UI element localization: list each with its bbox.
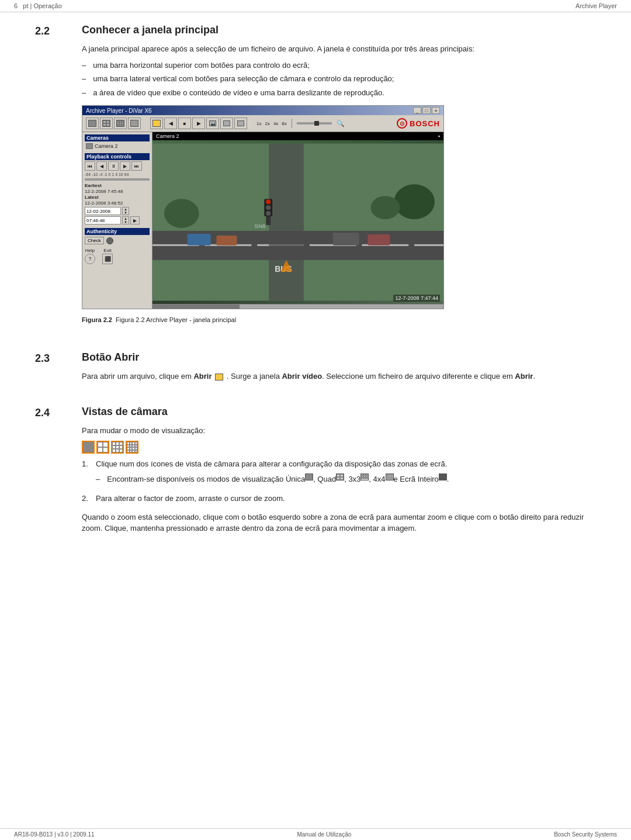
svg-point-21 xyxy=(266,205,271,210)
speed-8x: 8x xyxy=(282,121,286,126)
svg-text:SN8: SN8 xyxy=(254,223,266,229)
section-2-2: 2.2 Conhecer a janela principal A janela… xyxy=(35,24,596,333)
camera-item[interactable]: Camera 2 xyxy=(85,143,150,150)
time-spin[interactable]: ▲▼ xyxy=(122,216,129,224)
view-buttons-group xyxy=(86,117,141,129)
section-2-3-text: Para abrir um arquivo, clique em Abrir .… xyxy=(82,371,596,382)
page-footer: AR18-09-B013 | v3.0 | 2009.11 Manual de … xyxy=(0,828,631,840)
check-button[interactable]: Check xyxy=(85,237,104,244)
earliest-label: Earliest xyxy=(85,183,150,188)
pb-fwd[interactable]: ▶ xyxy=(120,161,130,171)
archive-title: Archive Player - DiVar X6 xyxy=(86,108,152,114)
inline-fs-icon xyxy=(439,473,447,481)
video-scene: BUS SN8 xyxy=(152,140,443,304)
inline-4x4-icon xyxy=(386,473,394,481)
snapshot-button[interactable]: 📷 xyxy=(206,117,219,129)
svg-point-16 xyxy=(394,184,435,219)
export-button[interactable] xyxy=(234,117,247,129)
svg-rect-11 xyxy=(188,234,211,246)
time-input[interactable] xyxy=(85,216,121,224)
svg-rect-8 xyxy=(269,144,304,301)
section-number-2-4: 2.4 xyxy=(35,406,82,539)
help-section: Help ? xyxy=(85,248,95,264)
bosch-text: BOSCH xyxy=(410,119,440,128)
abrir-bold-1: Abrir xyxy=(193,372,212,381)
help-button[interactable]: ? xyxy=(85,254,95,264)
page-header: 6 pt | Operação Archive Player xyxy=(0,0,631,12)
view-single-icon[interactable] xyxy=(82,441,95,454)
sub-bullets: Encontram-se disponíveis os modos de vis… xyxy=(96,473,449,485)
footer-left: AR18-09-B013 | v3.0 | 2009.11 xyxy=(14,831,95,838)
pb-to-end[interactable]: ⏭ xyxy=(131,161,142,171)
section-2-4-body: Vistas de câmara Para mudar o modo de vi… xyxy=(82,406,596,539)
inline-single-icon xyxy=(305,473,313,481)
section-2-2-intro: A janela principal aparece após a selecç… xyxy=(82,43,596,55)
speed-buttons: 1x 2x 4x 8x xyxy=(256,121,287,126)
authenticity-section: Authenticity Check xyxy=(85,228,150,244)
zoom-slider[interactable] xyxy=(297,122,332,125)
view-quad-button[interactable] xyxy=(100,117,113,129)
minimize-button[interactable]: _ xyxy=(413,107,421,114)
pb-rev[interactable]: ◀ xyxy=(96,161,107,171)
cameras-section-title: Cameras xyxy=(85,134,150,141)
auth-row: Check xyxy=(85,237,150,244)
figure-caption-2-2: Figura 2.2 Figura 2.2 Archive Player - j… xyxy=(82,316,596,323)
date-input[interactable] xyxy=(85,207,121,215)
svg-point-22 xyxy=(266,211,271,216)
abrir-video-bold: Abrir vídeo xyxy=(282,372,322,381)
time-play-button[interactable]: ▶ xyxy=(130,216,140,224)
view-3x3-button[interactable] xyxy=(114,117,127,129)
view-4x4-button[interactable] xyxy=(128,117,141,129)
exit-section: Exit ⬛ xyxy=(102,248,113,264)
camera-icon-small xyxy=(86,143,93,149)
view-quad-icon[interactable] xyxy=(96,441,109,454)
numbered-item-2: 2. Para alterar o factor de zoom, arrast… xyxy=(82,493,596,504)
section-2-2-bullets: uma barra horizontal superior com botões… xyxy=(82,60,596,99)
inline-quad-icon xyxy=(336,473,344,481)
pb-pause[interactable]: ⏸ xyxy=(108,161,119,171)
video-timestamp: 12-7-2008 7:47:44 xyxy=(393,295,440,302)
info-rows: Earliest 12-2-2008 7:45:48 Latest 12-2-2… xyxy=(85,183,150,206)
open-file-button[interactable] xyxy=(150,117,163,129)
figure-label: Figura 2.2 xyxy=(82,316,112,323)
abrir-bold-2: Abrir xyxy=(515,372,533,381)
close-button[interactable]: × xyxy=(432,107,440,114)
bullet-item: uma barra horizontal superior com botões… xyxy=(82,60,596,71)
play-button[interactable]: ▶ xyxy=(192,117,205,129)
view-single-button[interactable] xyxy=(86,117,99,129)
numbered-list-2-4: 1. Clique num dos ícones de vista de câm… xyxy=(82,458,596,504)
footer-center: Manual de Utilização xyxy=(297,831,351,838)
time-slider[interactable] xyxy=(85,178,150,181)
date-spin[interactable]: ▲▼ xyxy=(122,207,129,215)
stop-button[interactable]: ■ xyxy=(178,117,191,129)
maximize-button[interactable]: □ xyxy=(422,107,431,114)
figure-text: Figura 2.2 Archive Player - janela princ… xyxy=(116,316,236,323)
exit-button[interactable]: ⬛ xyxy=(102,254,113,264)
section-number-2-3: 2.3 xyxy=(35,351,82,387)
header-left: 6 pt | Operação xyxy=(14,2,62,9)
svg-point-17 xyxy=(371,196,400,219)
svg-point-15 xyxy=(164,199,199,228)
titlebar-buttons: _ □ × xyxy=(413,107,440,114)
section-2-4-intro: Para mudar o modo de visualização: xyxy=(82,425,596,437)
playback-buttons: ⏮ ◀ ⏸ ▶ ⏭ xyxy=(85,161,150,171)
camera-item-label: Camera 2 xyxy=(95,143,118,149)
pb-to-start[interactable]: ⏮ xyxy=(85,161,95,171)
section-2-3-body: Botão Abrir Para abrir um arquivo, cliqu… xyxy=(82,351,596,387)
view-3x3-icon[interactable] xyxy=(111,441,124,454)
section-title-2-3: Botão Abrir xyxy=(82,351,596,364)
inline-3x3-icon xyxy=(360,473,369,481)
video-camera-label: Camera 2 xyxy=(156,133,179,139)
open-icon-inline xyxy=(215,374,223,381)
latest-label: Latest xyxy=(85,195,150,200)
video-scrollbar[interactable] xyxy=(152,304,443,309)
section-2-3: 2.3 Botão Abrir Para abrir um arquivo, c… xyxy=(35,351,596,387)
print-button[interactable] xyxy=(220,117,233,129)
section-2-4: 2.4 Vistas de câmara Para mudar o modo d… xyxy=(35,406,596,539)
time-row: ▲▼ ▶ xyxy=(85,216,150,224)
archive-sidebar: Cameras Camera 2 Playback controls ⏮ ◀ ⏸ xyxy=(82,132,152,309)
section-2-4-outro: Quando o zoom está seleccionado, clique … xyxy=(82,511,596,534)
play-reverse-button[interactable]: ◀ xyxy=(164,117,177,129)
view-4x4-icon[interactable] xyxy=(126,441,138,454)
authenticity-label: Authenticity xyxy=(85,228,150,235)
